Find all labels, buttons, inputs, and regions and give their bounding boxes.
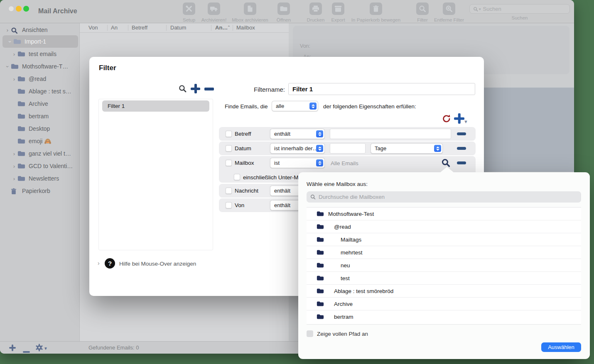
sidebar-item-mothsoftware-test[interactable]: › Mothsoftware-T… [0,60,81,73]
column-divider[interactable] [211,25,211,31]
sidebar-item-gcd[interactable]: › GCD to Valenti… [0,160,88,172]
remove-rule-button[interactable] [457,147,466,150]
rule-checkbox[interactable] [226,131,232,137]
folder-icon [317,237,324,242]
mailbox-row-bertram[interactable]: bertram [307,310,581,323]
add-mailbox-button[interactable] [9,344,16,351]
sidebar-item-bertram[interactable]: bertram [0,110,88,122]
filter-list[interactable]: Filter 1 [98,99,213,250]
toolbar-remove-filter-button[interactable]: Entferne Filter [426,2,472,22]
sidebar-item-ganz-viel[interactable]: › ganz viel viel t… [0,147,88,160]
help-disclosure-chevron[interactable]: › [98,260,100,266]
chevron-expanded-icon[interactable]: › [4,64,11,70]
sidebar-item-ablage[interactable]: Ablage : test s… [0,85,88,98]
toolbar-mbox-archive-button[interactable]: Mbox archivieren [225,2,275,22]
column-divider[interactable] [233,25,233,31]
chevron-right-icon[interactable]: › [11,76,17,82]
show-full-path-checkbox[interactable] [307,330,313,337]
column-header-von[interactable]: Von [88,24,98,31]
filter-name-input[interactable]: Filter 1 [288,83,475,95]
rule-row-datum: Datum ist innerhalb der… Tage [219,142,476,155]
select-mailbox-button[interactable]: Auswählen [541,342,581,352]
mailbox-row-mehrtest[interactable]: mehrtest [307,246,581,259]
filter-list-item-selected[interactable]: Filter 1 [102,100,209,112]
trash-icon [370,2,382,15]
chevron-right-icon[interactable]: › [4,27,11,33]
mailbox-row-read[interactable]: @read [307,220,581,233]
sidebar-item-test-emails[interactable]: › test emails [0,48,88,60]
add-rule-caret-icon[interactable]: ▼ [464,119,468,124]
mailbox-row-mothsoftware-test[interactable]: Mothsoftware-Test [307,208,581,220]
rule-operator-popup[interactable]: ist innerhalb der… [270,143,325,154]
column-divider[interactable] [107,25,108,31]
rule-checkbox[interactable] [226,202,232,208]
sidebar-item-newsletters[interactable]: › Newsletters [0,172,88,185]
folder-icon [17,151,26,157]
column-header-datum[interactable]: Datum [170,24,186,31]
sidebar-item-papierkorb[interactable]: Papierkorb [0,185,81,197]
rule-checkbox[interactable] [226,145,232,151]
refresh-rules-button[interactable] [442,114,451,123]
gear-caret-icon[interactable]: ▼ [44,346,48,351]
column-header-betreff[interactable]: Betreff [132,24,147,31]
remove-rule-button[interactable] [457,132,466,135]
match-mode-popup[interactable]: alle [272,101,318,111]
toolbar-search-field[interactable]: ▾ Suchen [469,4,570,14]
sidebar-item-archive[interactable]: Archive [0,98,88,110]
chevron-right-icon[interactable]: › [11,51,17,57]
add-rule-button[interactable] [454,113,464,124]
folder-icon [17,76,26,82]
toolbar-move-to-trash-button[interactable]: In Papierkorb bewegen [343,2,409,22]
chevron-right-icon[interactable]: › [11,151,17,157]
chevron-down-icon: ▾ [479,7,481,11]
mailbox-row-mailtags[interactable]: Mailtags [307,233,581,246]
rule-unit-popup[interactable]: Tage [371,143,443,154]
mailbox-popover: Wähle eine Mailbox aus: Durchsuche die M… [298,172,590,359]
help-icon[interactable]: ? [105,258,115,269]
remove-mailbox-button[interactable] [23,347,30,354]
found-emails-status: Gefundene Emails: 0 [88,344,139,351]
sidebar-item-emoji[interactable]: emoji 🙈 [0,135,88,147]
popover-arrow [440,167,454,173]
column-header-an[interactable]: An [111,24,118,31]
search-caption: Suchen [469,15,570,20]
gear-menu-button[interactable] [35,344,43,353]
filter-search-icon[interactable] [178,84,187,95]
column-divider[interactable] [128,25,128,31]
sidebar-item-import-1[interactable]: › Import-1 [2,35,78,48]
minimize-button[interactable] [16,6,22,12]
chevron-expanded-icon[interactable]: › [7,39,13,45]
rule-checkbox[interactable] [226,188,232,194]
sidebar-item-ansichten[interactable]: › Ansichten [0,24,81,36]
column-header-an-sorted[interactable]: An… [215,24,228,31]
close-button[interactable] [8,6,14,12]
chevron-right-icon[interactable]: › [11,176,17,182]
rule-value-input[interactable] [330,143,366,154]
toolbar-open-button[interactable]: Öffnen [269,2,298,22]
mailbox-row-test[interactable]: test [307,272,581,285]
sidebar-item-read[interactable]: › @read [0,73,88,85]
match-prefix-label: Finde Emails, die [225,103,268,110]
sidebar-item-desktop[interactable]: Desktop [0,122,88,135]
remove-filter-button[interactable] [204,88,214,90]
include-submailboxes-checkbox[interactable] [234,174,240,180]
add-filter-button[interactable] [191,84,200,93]
folder-icon [317,275,324,281]
mailbox-row-archive[interactable]: Archive [307,298,581,310]
mailbox-row-neu[interactable]: neu [307,259,581,272]
mailbox-row-ablage[interactable]: Ablage : test smörebröd [307,285,581,298]
rule-operator-popup[interactable]: enthält [270,129,325,139]
search-icon [310,194,316,200]
zoom-button[interactable] [23,6,29,12]
popup-stepper-icon [316,159,323,166]
rule-checkbox[interactable] [226,160,232,166]
rule-operator-popup[interactable]: ist [270,158,325,168]
folder-icon [17,113,26,120]
rule-value-input[interactable] [330,129,451,139]
column-divider[interactable] [166,25,167,31]
folder-icon [11,64,19,70]
mailbox-search-field[interactable]: Durchsuche die Mailboxen [307,191,581,203]
column-header-mailbox[interactable]: Mailbox [236,24,255,31]
remove-rule-button[interactable] [457,161,466,164]
chevron-right-icon[interactable]: › [11,163,17,169]
